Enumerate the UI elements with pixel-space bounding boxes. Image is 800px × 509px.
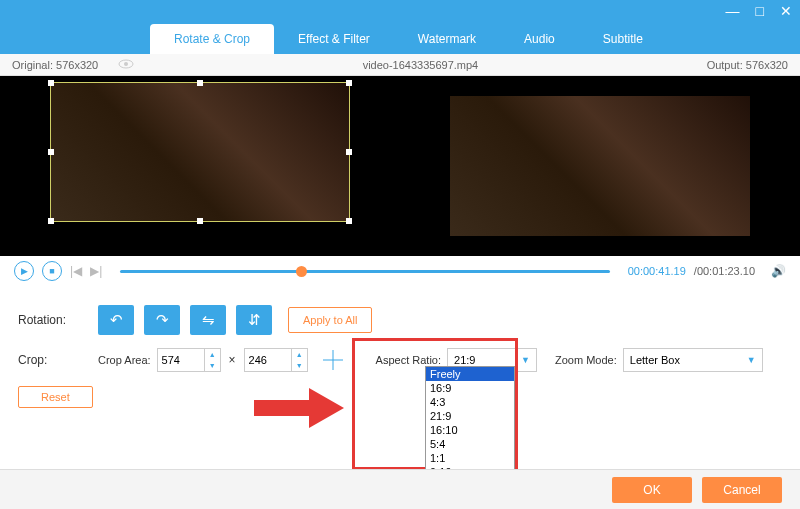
stop-button[interactable]: ■	[42, 261, 62, 281]
output-label: Output:	[707, 59, 743, 71]
center-crop-button[interactable]	[320, 347, 346, 373]
aspect-option[interactable]: 16:9	[426, 381, 514, 395]
spinner-down-icon[interactable]: ▼	[205, 360, 220, 371]
aspect-ratio-dropdown: Freely 16:9 4:3 21:9 16:10 5:4 1:1 9:16	[425, 366, 515, 480]
aspect-ratio-label: Aspect Ratio:	[376, 354, 441, 366]
tab-subtitle[interactable]: Subtitle	[579, 24, 667, 54]
tab-effect-filter[interactable]: Effect & Filter	[274, 24, 394, 54]
preview-original	[0, 76, 400, 256]
rotation-label: Rotation:	[18, 313, 98, 327]
crop-label: Crop:	[18, 353, 98, 367]
flip-horizontal-button[interactable]: ⇋	[190, 305, 226, 335]
svg-marker-5	[309, 388, 344, 428]
output-video	[450, 96, 750, 236]
timeline-slider[interactable]	[120, 270, 609, 273]
svg-point-1	[124, 62, 128, 66]
prev-frame-button[interactable]: |◀	[70, 264, 82, 278]
output-value: 576x320	[746, 59, 788, 71]
edit-panel: Rotation: ↶ ↷ ⇋ ⇵ Apply to All Crop: Cro…	[0, 286, 800, 422]
chevron-down-icon: ▼	[521, 355, 530, 365]
title-bar: — □ ✕	[0, 0, 800, 22]
crop-handle-ml[interactable]	[48, 149, 54, 155]
filename: video-1643335697.mp4	[134, 59, 706, 71]
timeline-knob[interactable]	[296, 266, 307, 277]
playback-controls: ▶ ■ |◀ ▶| 00:00:41.19/00:01:23.10 🔊	[0, 256, 800, 286]
aspect-option[interactable]: 16:10	[426, 423, 514, 437]
close-button[interactable]: ✕	[780, 3, 792, 19]
crop-height-spinner[interactable]: ▲▼	[292, 348, 308, 372]
tab-watermark[interactable]: Watermark	[394, 24, 500, 54]
crop-height-input[interactable]	[244, 348, 292, 372]
preview-output	[400, 76, 800, 256]
aspect-ratio-value: 21:9	[454, 354, 475, 366]
rotate-left-button[interactable]: ↶	[98, 305, 134, 335]
crop-handle-bm[interactable]	[197, 218, 203, 224]
crop-area-label: Crop Area:	[98, 354, 151, 366]
apply-to-all-button[interactable]: Apply to All	[288, 307, 372, 333]
reset-button[interactable]: Reset	[18, 386, 93, 408]
maximize-button[interactable]: □	[756, 3, 764, 19]
next-frame-button[interactable]: ▶|	[90, 264, 102, 278]
aspect-option[interactable]: Freely	[426, 367, 514, 381]
chevron-down-icon: ▼	[747, 355, 756, 365]
crop-width-input[interactable]	[157, 348, 205, 372]
tab-bar: Rotate & Crop Effect & Filter Watermark …	[0, 22, 800, 54]
crop-handle-tr[interactable]	[346, 80, 352, 86]
crop-handle-br[interactable]	[346, 218, 352, 224]
crop-handle-mr[interactable]	[346, 149, 352, 155]
info-bar: Original: 576x320 video-1643335697.mp4 O…	[0, 54, 800, 76]
flip-vertical-button[interactable]: ⇵	[236, 305, 272, 335]
crop-handle-tl[interactable]	[48, 80, 54, 86]
multiply-icon: ×	[229, 353, 236, 367]
volume-icon[interactable]: 🔊	[771, 264, 786, 278]
crop-handle-bl[interactable]	[48, 218, 54, 224]
original-label: Original:	[12, 59, 53, 71]
spinner-up-icon[interactable]: ▲	[205, 349, 220, 360]
play-button[interactable]: ▶	[14, 261, 34, 281]
ok-button[interactable]: OK	[612, 477, 692, 503]
footer: OK Cancel	[0, 469, 800, 509]
zoom-mode-value: Letter Box	[630, 354, 680, 366]
aspect-option[interactable]: 4:3	[426, 395, 514, 409]
tab-audio[interactable]: Audio	[500, 24, 579, 54]
minimize-button[interactable]: —	[726, 3, 740, 19]
aspect-option[interactable]: 5:4	[426, 437, 514, 451]
preview-area	[0, 76, 800, 256]
crop-width-spinner[interactable]: ▲▼	[205, 348, 221, 372]
annotation-arrow-icon	[254, 388, 344, 431]
rotate-right-button[interactable]: ↷	[144, 305, 180, 335]
time-total: /00:01:23.10	[694, 265, 755, 277]
aspect-option[interactable]: 21:9	[426, 409, 514, 423]
cancel-button[interactable]: Cancel	[702, 477, 782, 503]
original-value: 576x320	[56, 59, 98, 71]
aspect-option[interactable]: 1:1	[426, 451, 514, 465]
tab-rotate-crop[interactable]: Rotate & Crop	[150, 24, 274, 54]
crop-frame[interactable]	[50, 82, 350, 222]
zoom-mode-select[interactable]: Letter Box ▼	[623, 348, 763, 372]
spinner-up-icon[interactable]: ▲	[292, 349, 307, 360]
eye-icon[interactable]	[118, 59, 134, 71]
time-current: 00:00:41.19	[628, 265, 686, 277]
zoom-mode-label: Zoom Mode:	[555, 354, 617, 366]
crop-handle-tm[interactable]	[197, 80, 203, 86]
spinner-down-icon[interactable]: ▼	[292, 360, 307, 371]
svg-rect-4	[254, 400, 309, 416]
